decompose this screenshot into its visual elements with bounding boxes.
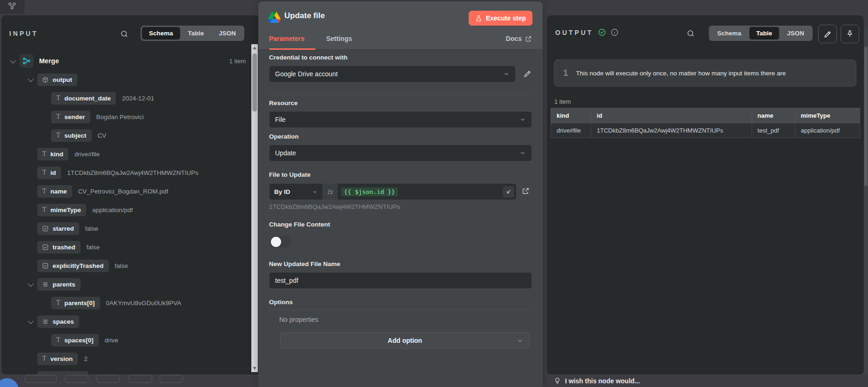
schema-row[interactable]: Tspaces[0]drive: [1, 331, 248, 349]
schema-row[interactable]: Tid1TCDkbZ8m6BQaJw2Awj4W2THMWZNTIUPs: [1, 163, 248, 182]
schema-row[interactable]: trashedfalse: [1, 238, 248, 256]
tab-settings[interactable]: Settings: [326, 35, 352, 42]
output-column-header[interactable]: id: [591, 108, 752, 123]
output-table-row[interactable]: drive#file1TCDkbZ8m6BQaJw2Awj4W2THMWZNTI…: [551, 123, 860, 138]
output-table-header-row: kindidnamemimeType: [551, 108, 860, 123]
chevron-down-icon[interactable]: [28, 76, 34, 82]
schema-field-pill[interactable]: Tparents[0]: [51, 297, 100, 309]
expression-value: {{ $json.id }}: [341, 187, 398, 196]
notice-index: 1: [563, 68, 568, 78]
schema-field-pill[interactable]: Tdocument_date: [51, 92, 116, 105]
resource-value: File: [275, 116, 286, 123]
schema-row[interactable]: TnameCV_Petrovici_Bogdan_ROM.pdf: [1, 182, 248, 200]
schema-field-label: subject: [64, 132, 86, 139]
schema-field-pill[interactable]: output: [37, 73, 77, 86]
schema-field-pill[interactable]: starred: [37, 222, 79, 235]
add-option-label: Add option: [388, 337, 422, 344]
input-scrollbar[interactable]: [251, 44, 258, 372]
node-feedback-bar[interactable]: I wish this node would...: [543, 374, 868, 387]
tab-schema[interactable]: Schema: [710, 27, 748, 40]
boolean-type-icon: [42, 226, 48, 232]
tab-schema[interactable]: Schema: [142, 27, 180, 40]
schema-row[interactable]: [1, 368, 248, 374]
schema-row[interactable]: Tversion2: [1, 349, 248, 368]
schema-field-pill[interactable]: Tid: [37, 167, 61, 179]
scrollbar-thumb[interactable]: [252, 53, 257, 112]
schema-field-value: 2: [84, 355, 87, 362]
tab-json[interactable]: JSON: [780, 27, 811, 40]
canvas-toolbar-ghost: [65, 375, 88, 383]
scrollbar-thumb[interactable]: [864, 47, 868, 186]
chevron-down-icon: [312, 189, 318, 195]
tab-table[interactable]: Table: [749, 27, 779, 40]
schema-row[interactable]: Tkinddrive#file: [1, 145, 248, 163]
schema-row[interactable]: spaces: [1, 312, 248, 331]
schema-field-label: starred: [53, 225, 74, 232]
string-type-icon: T: [42, 170, 46, 176]
notice-text: This node will execute only once, no mat…: [576, 70, 786, 77]
chevron-down-icon[interactable]: [28, 280, 34, 287]
change-file-content-toggle[interactable]: [270, 236, 291, 248]
schema-field-pill[interactable]: Tname: [37, 185, 72, 198]
boolean-type-icon: [42, 263, 48, 269]
schema-field-label: id: [50, 169, 56, 176]
tab-json[interactable]: JSON: [212, 27, 243, 40]
schema-field-pill[interactable]: Tkind: [37, 148, 68, 160]
schema-field-pill[interactable]: spaces: [37, 315, 79, 328]
open-file-external-icon[interactable]: [522, 187, 530, 195]
output-table: kindidnamemimeType drive#file1TCDkbZ8m6B…: [551, 108, 860, 138]
schema-row[interactable]: output: [1, 70, 248, 89]
string-type-icon: T: [42, 207, 46, 213]
node-label: Merge: [39, 57, 59, 65]
schema-field-pill[interactable]: parents: [37, 278, 81, 291]
output-column-header[interactable]: mimeType: [795, 108, 860, 123]
scroll-up-icon[interactable]: [251, 45, 258, 51]
schema-field-pill[interactable]: Tspaces[0]: [51, 334, 99, 347]
new-file-name-input[interactable]: [269, 272, 532, 289]
docs-link[interactable]: Docs: [506, 35, 532, 42]
chevron-down-icon[interactable]: [10, 57, 16, 63]
locator-mode-select[interactable]: By ID: [269, 183, 323, 200]
docs-label: Docs: [506, 35, 522, 42]
schema-row[interactable]: starredfalse: [1, 219, 248, 238]
schema-row[interactable]: TmimeTypeapplication/pdf: [1, 200, 248, 219]
edit-credential-pencil-icon[interactable]: [523, 69, 532, 78]
open-expression-editor-icon[interactable]: [503, 186, 514, 198]
wish-label: I wish this node would...: [565, 377, 640, 385]
external-link-icon: [525, 35, 532, 42]
output-column-header[interactable]: name: [752, 108, 795, 123]
schema-field-pill[interactable]: Tsender: [51, 111, 90, 123]
chevron-down-icon[interactable]: [28, 318, 34, 324]
schema-row[interactable]: parents: [1, 275, 248, 294]
info-icon[interactable]: [611, 28, 619, 36]
credential-select[interactable]: Google Drive account: [269, 66, 516, 82]
operation-select[interactable]: Update: [269, 145, 532, 161]
expression-input[interactable]: {{ $json.id }}: [337, 183, 517, 200]
search-icon[interactable]: [686, 29, 695, 38]
tab-parameters[interactable]: Parameters: [269, 35, 304, 42]
schema-field-pill[interactable]: Tsubject: [51, 129, 92, 142]
schema-field-label: parents: [53, 281, 75, 288]
schema-field-pill[interactable]: explicitlyTrashed: [37, 260, 109, 272]
schema-row[interactable]: Merge1 item: [1, 52, 248, 70]
schema-row[interactable]: Tdocument_date2024-12-01: [1, 89, 248, 107]
pin-data-button[interactable]: [841, 25, 859, 43]
output-display-mode-tabs: SchemaTableJSON: [709, 26, 813, 41]
schema-field-pill[interactable]: Tversion: [37, 353, 78, 365]
schema-row[interactable]: explicitlyTrashedfalse: [1, 256, 248, 275]
schema-row[interactable]: TsubjectCV: [1, 126, 248, 145]
schema-field-pill[interactable]: trashed: [37, 241, 81, 254]
search-icon[interactable]: [120, 30, 128, 38]
output-column-header[interactable]: kind: [551, 108, 591, 123]
edit-output-button[interactable]: [818, 25, 837, 43]
scroll-down-icon[interactable]: [251, 365, 258, 372]
schema-field-pill[interactable]: TmimeType: [37, 204, 86, 216]
tab-table[interactable]: Table: [181, 27, 211, 40]
fx-expression-badge[interactable]: fx: [323, 183, 337, 200]
schema-row[interactable]: Tparents[0]0AKYmvU8vGDu0Uk9PVA: [1, 294, 248, 312]
add-option-button[interactable]: Add option: [280, 332, 530, 349]
schema-row[interactable]: TsenderBogdan Petrovici: [1, 107, 248, 126]
resource-select[interactable]: File: [269, 111, 532, 128]
output-scrollbar[interactable]: [864, 28, 868, 374]
execute-step-button[interactable]: Execute step: [469, 11, 532, 26]
